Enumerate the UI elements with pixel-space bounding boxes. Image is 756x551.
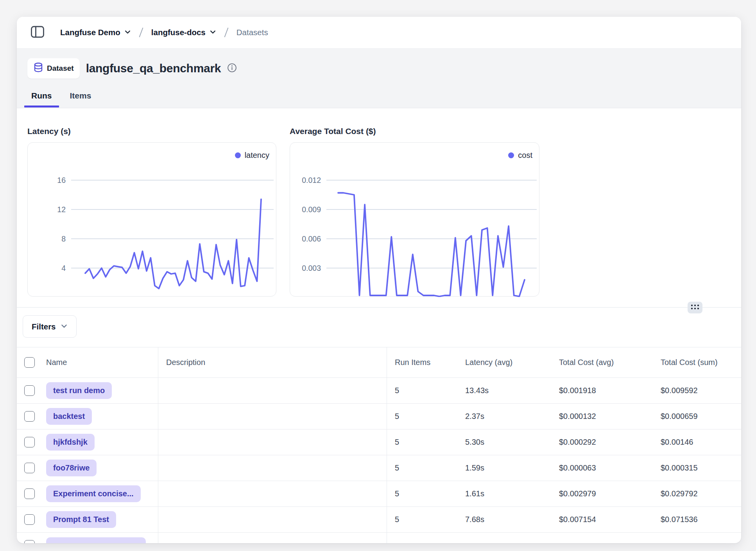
run-name-link[interactable]: test run demo xyxy=(46,382,112,399)
run-description-cell xyxy=(158,455,387,481)
cost-chart-block: Average Total Cost ($) 0.0120.0090.0060.… xyxy=(290,126,539,297)
run-run-items-cell: 5 xyxy=(387,455,457,481)
runs-table: NameDescriptionRun ItemsLatency (avg)Tot… xyxy=(17,347,741,543)
table-row: Prompt 81 Test57.68s$0.007154$0.071536 xyxy=(17,506,741,532)
row-6-checkbox[interactable] xyxy=(24,540,35,543)
tab-runs[interactable]: Runs xyxy=(30,88,53,107)
table-row xyxy=(17,532,741,543)
panel-left-icon xyxy=(30,25,45,39)
run-total-cost-sum-cell: $0.000659 xyxy=(653,404,741,429)
run-total-cost-avg-cell xyxy=(551,533,653,543)
cost-legend-label: cost xyxy=(518,151,532,160)
table-row: test run demo513.43s$0.001918$0.009592 xyxy=(17,377,741,403)
run-name-cell: backtest xyxy=(41,404,158,429)
breadcrumb-org-label: Langfuse Demo xyxy=(60,28,120,37)
run-run-items-cell xyxy=(387,533,457,543)
column-header-name: Name xyxy=(41,347,158,377)
dataset-header-section: Dataset langfuse_qa_benchmark Runs Items xyxy=(17,48,741,108)
column-header-run-items: Run Items xyxy=(387,347,457,377)
sidebar-toggle-button[interactable] xyxy=(30,25,45,39)
run-total-cost-avg-cell: $0.000132 xyxy=(551,404,653,429)
row-2-checkbox[interactable] xyxy=(24,437,35,447)
run-latency-avg-cell xyxy=(457,533,551,543)
latency-legend-label: latency xyxy=(245,151,269,160)
main-window: Langfuse Demo langfuse-docs xyxy=(17,17,741,543)
checkbox-cell xyxy=(17,378,41,403)
run-name-link[interactable]: Prompt 81 Test xyxy=(46,511,116,528)
latency-line-plot: 161284 xyxy=(28,143,277,297)
run-total-cost-sum-cell: $0.000315 xyxy=(653,455,741,481)
run-run-items-cell: 5 xyxy=(387,429,457,455)
latency-chart: 161284 latency xyxy=(27,142,276,297)
run-name-link[interactable] xyxy=(46,537,146,543)
row-0-checkbox[interactable] xyxy=(24,385,35,396)
latency-chart-block: Latency (s) 161284 latency xyxy=(27,126,276,297)
run-name-link[interactable]: Experiment concise... xyxy=(46,485,141,502)
run-latency-avg-cell: 7.68s xyxy=(457,507,551,532)
legend-dot-icon xyxy=(235,152,241,158)
run-total-cost-avg-cell: $0.007154 xyxy=(551,507,653,532)
cost-line-plot: 0.0120.0090.0060.003 xyxy=(290,143,540,297)
run-total-cost-sum-cell: $0.071536 xyxy=(653,507,741,532)
breadcrumb-separator-icon xyxy=(138,26,144,39)
run-total-cost-avg-cell: $0.000292 xyxy=(551,429,653,455)
run-description-cell xyxy=(158,533,387,543)
breadcrumb-page[interactable]: Datasets xyxy=(236,28,268,37)
latency-legend: latency xyxy=(235,151,269,160)
run-run-items-cell: 5 xyxy=(387,404,457,429)
run-total-cost-sum-cell: $0.00146 xyxy=(653,429,741,455)
svg-text:0.012: 0.012 xyxy=(302,176,321,184)
dataset-badge-label: Dataset xyxy=(47,64,74,73)
table-row: hjkfdshjk55.30s$0.000292$0.00146 xyxy=(17,429,741,455)
run-latency-avg-cell: 2.37s xyxy=(457,404,551,429)
run-name-cell: foo78riwe xyxy=(41,455,158,481)
table-header-row: NameDescriptionRun ItemsLatency (avg)Tot… xyxy=(17,347,741,377)
run-name-cell: Experiment concise... xyxy=(41,481,158,506)
breadcrumb-page-label: Datasets xyxy=(236,28,268,37)
select-all-checkbox[interactable] xyxy=(24,357,35,368)
run-total-cost-sum-cell xyxy=(653,533,741,543)
breadcrumb-org[interactable]: Langfuse Demo xyxy=(60,28,131,37)
legend-dot-icon xyxy=(508,152,514,158)
row-4-checkbox[interactable] xyxy=(24,488,35,499)
database-icon xyxy=(33,62,43,75)
checkbox-cell xyxy=(17,533,41,543)
table-row: Experiment concise...51.61s$0.002979$0.0… xyxy=(17,481,741,506)
filters-button[interactable]: Filters xyxy=(23,315,77,338)
svg-text:0.006: 0.006 xyxy=(302,234,321,243)
drag-handle[interactable] xyxy=(688,302,702,313)
row-3-checkbox[interactable] xyxy=(24,463,35,473)
run-total-cost-avg-cell: $0.001918 xyxy=(551,378,653,403)
breadcrumb-project[interactable]: langfuse-docs xyxy=(151,28,216,37)
dataset-badge: Dataset xyxy=(27,58,80,79)
run-name-link[interactable]: backtest xyxy=(46,408,92,425)
svg-text:16: 16 xyxy=(57,176,66,184)
svg-text:8: 8 xyxy=(61,234,66,243)
chevron-down-icon xyxy=(210,28,216,37)
cost-chart-title: Average Total Cost ($) xyxy=(290,126,539,137)
run-name-link[interactable]: foo78riwe xyxy=(46,460,97,476)
info-icon[interactable] xyxy=(227,63,237,74)
run-run-items-cell: 5 xyxy=(387,378,457,403)
run-name-link[interactable]: hjkfdshjk xyxy=(46,434,95,451)
top-bar: Langfuse Demo langfuse-docs xyxy=(17,17,741,48)
page-title: langfuse_qa_benchmark xyxy=(86,62,221,75)
row-5-checkbox[interactable] xyxy=(24,514,35,525)
run-latency-avg-cell: 1.61s xyxy=(457,481,551,506)
charts-section: Latency (s) 161284 latency Average Total… xyxy=(17,126,741,297)
tabs: Runs Items xyxy=(27,88,731,107)
run-name-cell: Prompt 81 Test xyxy=(41,507,158,532)
table-row: foo78riwe51.59s$0.000063$0.000315 xyxy=(17,455,741,481)
chevron-down-icon xyxy=(61,322,68,331)
run-total-cost-sum-cell: $0.009592 xyxy=(653,378,741,403)
svg-text:12: 12 xyxy=(57,205,66,214)
checkbox-cell xyxy=(17,404,41,429)
page-background: Langfuse Demo langfuse-docs xyxy=(0,0,756,551)
grip-dots-icon xyxy=(690,304,700,311)
run-description-cell xyxy=(158,507,387,532)
checkbox-cell xyxy=(17,347,41,377)
svg-text:4: 4 xyxy=(61,264,66,272)
row-1-checkbox[interactable] xyxy=(24,411,35,422)
tab-items[interactable]: Items xyxy=(69,88,92,107)
breadcrumb-separator-icon xyxy=(223,26,229,39)
